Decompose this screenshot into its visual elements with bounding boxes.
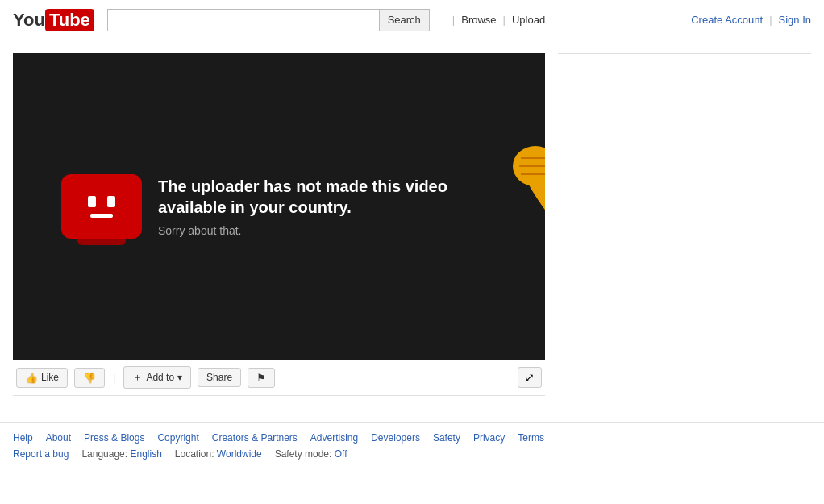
logo-tube-text: Tube	[45, 9, 94, 31]
main-content: The uploader has not made this video ava…	[0, 40, 824, 409]
plus-icon: ＋	[132, 370, 143, 385]
thumbs-up-icon: 👍	[25, 372, 38, 384]
share-button[interactable]: Share	[198, 368, 241, 387]
error-icon	[61, 174, 142, 239]
video-section: The uploader has not made this video ava…	[13, 53, 545, 396]
youtube-logo[interactable]: YouTube	[13, 9, 94, 31]
footer-link-about[interactable]: About	[46, 432, 71, 444]
footer-link-privacy[interactable]: Privacy	[473, 432, 505, 444]
footer-link-help[interactable]: Help	[13, 432, 33, 444]
auth-links: Create Account | Sign In	[691, 14, 811, 26]
footer-link-safety[interactable]: Safety	[433, 432, 460, 444]
error-eye-left	[88, 196, 96, 207]
footer-link-press-blogs[interactable]: Press & Blogs	[84, 432, 144, 444]
auth-sep: |	[769, 14, 772, 26]
footer-meta: Report a bug Language: English Location:…	[13, 448, 811, 460]
search-input[interactable]	[107, 9, 379, 31]
location-value-link[interactable]: Worldwide	[217, 448, 262, 460]
language-label: Language: English	[81, 448, 161, 460]
nav-sep-2: |	[503, 14, 506, 26]
video-player: The uploader has not made this video ava…	[13, 53, 545, 360]
footer-link-copyright[interactable]: Copyright	[157, 432, 198, 444]
footer-link-creators-partners[interactable]: Creators & Partners	[212, 432, 298, 444]
dislike-button[interactable]: 👎	[74, 368, 105, 388]
nav-upload[interactable]: Upload	[512, 14, 545, 26]
like-label: Like	[41, 372, 59, 383]
report-bug-link[interactable]: Report a bug	[13, 448, 69, 460]
error-subtitle: Sorry about that.	[158, 224, 481, 237]
footer-link-advertising[interactable]: Advertising	[310, 432, 358, 444]
add-to-chevron: ▾	[177, 372, 182, 383]
error-title: The uploader has not made this video ava…	[158, 176, 481, 218]
safety-label: Safety mode: Off	[275, 448, 347, 460]
error-mouth	[90, 214, 113, 218]
footer-links: HelpAboutPress & BlogsCopyrightCreators …	[13, 432, 811, 444]
create-account-link[interactable]: Create Account	[691, 14, 763, 26]
location-label: Location: Worldwide	[175, 448, 262, 460]
flag-button[interactable]: ⚑	[248, 368, 275, 388]
search-form: Search	[107, 9, 430, 31]
expand-icon: ⤢	[525, 371, 535, 384]
safety-value-link[interactable]: Off	[335, 448, 347, 460]
sign-in-link[interactable]: Sign In	[779, 14, 811, 26]
error-eyes	[88, 196, 115, 207]
homer-character	[505, 53, 545, 360]
add-to-button[interactable]: ＋ Add to ▾	[123, 366, 191, 389]
nav-browse[interactable]: Browse	[461, 14, 496, 26]
error-eye-right	[107, 196, 115, 207]
language-value-link[interactable]: English	[130, 448, 161, 460]
header: YouTube Search | Browse | Upload Create …	[0, 0, 824, 40]
footer-link-developers[interactable]: Developers	[371, 432, 420, 444]
ctrl-sep: |	[113, 372, 115, 384]
nav-sep-1: |	[452, 14, 455, 26]
nav-links: | Browse | Upload	[446, 14, 545, 26]
like-button[interactable]: 👍 Like	[16, 368, 68, 388]
expand-button[interactable]: ⤢	[518, 367, 542, 388]
footer: HelpAboutPress & BlogsCopyrightCreators …	[0, 422, 824, 466]
sidebar-divider	[558, 53, 811, 54]
sidebar	[558, 53, 811, 396]
share-label: Share	[206, 372, 232, 383]
error-text: The uploader has not made this video ava…	[158, 176, 481, 237]
search-button[interactable]: Search	[379, 9, 430, 31]
video-controls: 👍 Like 👎 | ＋ Add to ▾ Share ⚑ ⤢	[13, 360, 545, 396]
logo-you-text: You	[13, 10, 45, 31]
add-to-label: Add to	[146, 372, 174, 383]
footer-link-terms[interactable]: Terms	[518, 432, 544, 444]
thumbs-down-icon: 👎	[83, 372, 96, 384]
error-icon-inner	[61, 174, 142, 239]
flag-icon: ⚑	[256, 372, 266, 384]
